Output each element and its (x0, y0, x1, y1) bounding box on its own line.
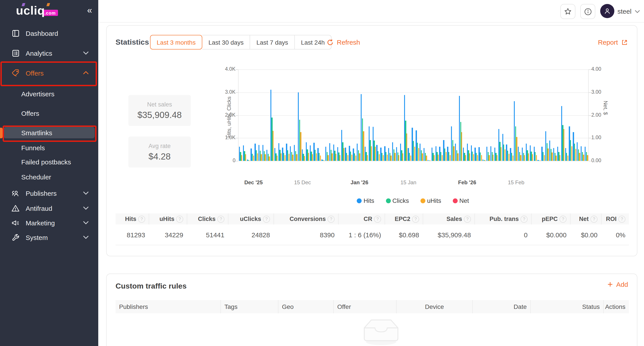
sidebar-item-offers[interactable]: Offers (0, 107, 98, 119)
rules-table: PublishersTagsGeoOfferDeviceDateStatusAc… (116, 300, 629, 313)
username[interactable]: steel (618, 7, 632, 15)
sidebar-item-smartlinks[interactable]: Smartlinks (4, 127, 95, 138)
range-button-last-24h[interactable]: Last 24h (295, 35, 331, 49)
collapse-sidebar-icon[interactable]: « (87, 6, 92, 14)
bar-hits (538, 160, 539, 161)
bar-clicks (425, 153, 426, 161)
sidebar-item-funnels[interactable]: Funnels (0, 142, 98, 153)
summary-table-header: Hits?uHits?Clicks?uClicks?Conversions?CR… (116, 213, 629, 224)
bar-uhits (532, 155, 533, 161)
bar-uhits (410, 156, 412, 161)
bar-clicks (287, 150, 288, 161)
help-icon[interactable]: ? (560, 215, 566, 222)
bar-hits (455, 143, 456, 161)
bar-uhits (465, 155, 466, 161)
dashboard-icon (10, 28, 20, 38)
info-button[interactable] (580, 4, 595, 19)
help-icon[interactable]: ? (590, 215, 598, 222)
bar-uhits (536, 155, 537, 161)
sidebar-item-label: System (26, 234, 48, 241)
sidebar-item-dashboard[interactable]: Dashboard (0, 27, 98, 39)
sidebar-item-advertisers[interactable]: Advertisers (0, 88, 98, 99)
bar-clicks (492, 152, 493, 161)
legend-label: Net (460, 197, 469, 204)
bar-uhits (575, 149, 576, 161)
bar-hits (553, 148, 554, 161)
custom-traffic-rules-card: Custom traffic rules Add PublishersTagsG… (106, 274, 637, 346)
help-icon[interactable]: ? (520, 215, 528, 222)
legend-item-uhits[interactable]: uHits (420, 197, 441, 204)
favorites-button[interactable] (560, 4, 576, 19)
sidebar-item-scheduler[interactable]: Scheduler (0, 171, 98, 182)
bar-uhits (277, 156, 278, 161)
legend-label: Clicks (392, 197, 409, 204)
bar-hits (290, 146, 291, 161)
x-axis-label: 15 Feb (508, 179, 524, 185)
bar-clicks (570, 140, 571, 161)
help-icon[interactable]: ? (217, 215, 224, 222)
refresh-button[interactable]: Refresh (327, 35, 360, 49)
help-icon[interactable]: ? (412, 215, 419, 222)
bar-clicks (488, 152, 489, 161)
user-menu-chevron-down-icon[interactable] (635, 10, 640, 13)
help-icon[interactable]: ? (618, 215, 626, 222)
sidebar-item-publishers[interactable]: Publishers (0, 187, 98, 199)
bar-uhits (312, 155, 313, 161)
help-icon[interactable]: ? (176, 215, 183, 222)
range-button-last-3-months[interactable]: Last 3 months (150, 35, 202, 49)
bar-hits (408, 148, 409, 161)
bar-clicks (240, 152, 241, 161)
help-icon[interactable]: ? (328, 215, 334, 222)
bar-uhits (344, 148, 344, 161)
legend-item-hits[interactable]: Hits (357, 197, 374, 204)
add-rule-button[interactable]: Add (607, 281, 628, 288)
range-button-last-7-days[interactable]: Last 7 days (250, 35, 295, 49)
bar-hits (376, 145, 378, 161)
range-button-last-30-days[interactable]: Last 30 days (202, 35, 250, 49)
help-icon[interactable]: ? (263, 215, 270, 222)
net-sales-label: Net sales (147, 101, 172, 108)
sidebar-item-marketing[interactable]: Marketing (0, 217, 98, 228)
bar-hits (561, 106, 562, 161)
report-link[interactable]: Report (598, 35, 628, 49)
bar-hits (298, 92, 299, 161)
help-icon[interactable]: ? (464, 215, 471, 222)
bar-hits (545, 131, 546, 161)
bar-hits (542, 147, 543, 161)
bar-uhits (564, 129, 564, 161)
sidebar-item-antifraud[interactable]: Antifraud (0, 202, 98, 214)
summary-value-epc2: $0.698 (385, 224, 423, 245)
bar-clicks (358, 150, 359, 161)
sidebar-item-failed-postbacks[interactable]: Failed postbacks (0, 156, 98, 168)
help-icon[interactable]: ? (138, 215, 145, 222)
rules-col-status: Status (530, 300, 603, 313)
bar-uhits (394, 153, 396, 161)
bar-clicks (413, 141, 414, 161)
legend-item-net[interactable]: Net (453, 197, 469, 204)
bar-hits (443, 140, 444, 161)
summary-table: Hits?uHits?Clicks?uClicks?Conversions?CR… (116, 213, 629, 245)
bar-clicks (421, 150, 422, 161)
bar-hits (258, 145, 260, 161)
bar-uhits (469, 154, 470, 161)
summary-value-sales: $35,909.48 (423, 224, 474, 245)
bar-hits (333, 145, 334, 161)
sidebar-item-system[interactable]: System (0, 232, 98, 243)
x-axis-label: 15 Jan (400, 179, 416, 185)
bar-hits (251, 149, 252, 161)
logo-accent-orange (46, 3, 50, 6)
bar-hits (262, 145, 264, 161)
legend-item-clicks[interactable]: Clicks (386, 197, 409, 204)
ucliq-logo[interactable]: ucliq .com (16, 5, 58, 17)
left-axis-tick: 2.0K (218, 112, 236, 117)
user-avatar[interactable] (600, 4, 614, 18)
bar-hits (557, 147, 558, 161)
gridline (238, 138, 588, 139)
bar-hits (447, 147, 448, 161)
summary-col-roi: ROI? (601, 213, 629, 224)
help-icon[interactable]: ? (374, 215, 381, 222)
bar-clicks (276, 153, 277, 161)
sidebar-item-analytics[interactable]: Analytics (0, 47, 98, 59)
sidebar-item-offers[interactable]: Offers (0, 67, 98, 79)
right-axis-tick: 4.00 (591, 66, 611, 72)
